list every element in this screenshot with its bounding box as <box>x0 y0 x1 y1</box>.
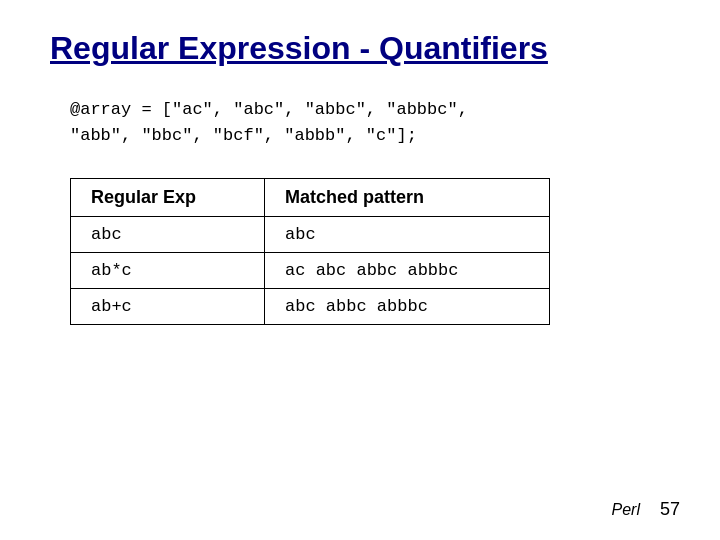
table-row: abc abc <box>71 217 550 253</box>
table-row: ab*c ac abc abbc abbbc <box>71 253 550 289</box>
footer: Perl 57 <box>612 499 680 520</box>
regex-table: Regular Exp Matched pattern abc abc ab*c… <box>70 178 550 325</box>
footer-page: 57 <box>660 499 680 520</box>
matched-cell: abc abbc abbbc <box>265 289 550 325</box>
slide: Regular Expression - Quantifiers @array … <box>0 0 720 540</box>
exp-cell: ab+c <box>71 289 265 325</box>
exp-cell: abc <box>71 217 265 253</box>
exp-cell: ab*c <box>71 253 265 289</box>
slide-title: Regular Expression - Quantifiers <box>50 30 670 67</box>
col-header-matched: Matched pattern <box>265 179 550 217</box>
table-header-row: Regular Exp Matched pattern <box>71 179 550 217</box>
matched-cell: ac abc abbc abbbc <box>265 253 550 289</box>
code-block: @array = ["ac", "abc", "abbc", "abbbc", … <box>70 97 670 148</box>
code-line-2: "abb", "bbc", "bcf", "abbb", "c"]; <box>70 123 670 149</box>
matched-cell: abc <box>265 217 550 253</box>
table-row: ab+c abc abbc abbbc <box>71 289 550 325</box>
footer-lang: Perl <box>612 501 640 519</box>
code-line-1: @array = ["ac", "abc", "abbc", "abbbc", <box>70 97 670 123</box>
col-header-exp: Regular Exp <box>71 179 265 217</box>
